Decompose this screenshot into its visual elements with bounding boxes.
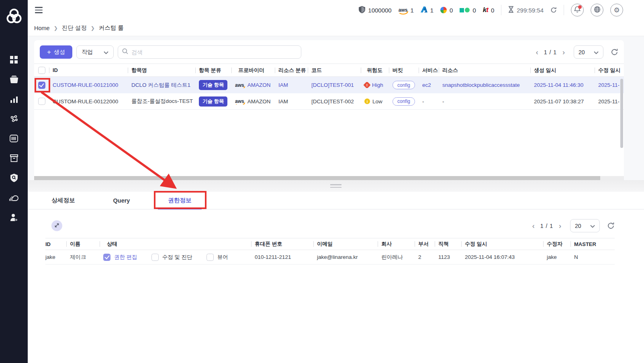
chevron-down-icon	[594, 49, 599, 55]
gcp-counter[interactable]: 0	[440, 7, 453, 14]
user-name: 제이크	[66, 254, 100, 261]
naver-cloud-icon	[460, 8, 470, 12]
sidebar-item-scan[interactable]	[0, 129, 28, 149]
azure-counter[interactable]: 1	[421, 6, 433, 14]
divider	[501, 5, 501, 15]
category-badge: 기술 항목	[199, 80, 227, 90]
perm-modify-checkbox[interactable]	[151, 254, 159, 261]
splitter-grip-icon[interactable]	[330, 184, 341, 188]
perm-modify-option: 수정 및 진단	[151, 254, 192, 261]
vertical-scrollbar[interactable]	[620, 79, 623, 148]
naver-counter[interactable]: 0	[460, 7, 476, 14]
prev-page-icon[interactable]: ‹	[530, 222, 537, 230]
notifications-button[interactable]	[571, 4, 584, 16]
rule-id[interactable]: CUSTOM-RULE-00122000	[49, 98, 128, 105]
rules-table: ID 항목명 항목 분류 프로바이더 리소스 분류 코드 위험도 버킷 서비스 …	[34, 64, 624, 110]
user-email: jake@linarena.kr	[313, 254, 378, 260]
aws-counter[interactable]: aws 1	[399, 7, 414, 14]
user-phone: 010-1211-2121	[251, 254, 313, 260]
rule-name[interactable]: 룰참조-룰설정docs-TEST	[128, 98, 195, 105]
horizontal-scrollbar[interactable]	[34, 176, 624, 180]
sidebar-item-reports[interactable]	[0, 90, 28, 110]
next-page-icon[interactable]: ›	[560, 49, 567, 56]
table-row[interactable]: CUSTOM-RULE-00122000 룰참조-룰설정docs-TEST 기술…	[34, 93, 624, 110]
create-button[interactable]: + 생성	[40, 45, 72, 59]
permissions-table-header: ID 이름 상태 휴대폰 번호 이메일 회사 부서 직책 수정 일시 수정자 M…	[45, 238, 615, 250]
tab-details[interactable]: 상세정보	[34, 192, 92, 209]
perm-edit-checkbox[interactable]	[103, 254, 110, 261]
perm-edit-option: 권한 편집	[103, 254, 137, 261]
rules-pagination: ‹ 1 / 1 › 20	[534, 45, 618, 59]
chevron-down-icon	[104, 49, 108, 55]
next-page-icon[interactable]: ›	[556, 222, 564, 230]
page-size-select[interactable]: 20	[574, 45, 603, 59]
config-badge[interactable]: config	[393, 97, 415, 106]
aws-icon: aws	[235, 83, 244, 88]
naver-count: 0	[472, 7, 476, 14]
rules-toolbar: + 생성 작업 ‹ 1 / 1 › 20	[34, 40, 624, 64]
breadcrumb-current: 커스텀 룰	[99, 24, 124, 32]
col-code: 코드	[308, 67, 361, 74]
sidebar-item-users[interactable]	[0, 208, 28, 228]
expand-button[interactable]	[51, 220, 62, 231]
table-row: jake 제이크 권한 편집 수정 및 진단 뷰어	[45, 250, 615, 265]
perm-viewer-checkbox[interactable]	[206, 254, 214, 261]
sidebar-item-diagnosis[interactable]	[0, 169, 28, 189]
top-header: 1000000 aws 1 1 0 0 kt 0 299:59:54	[28, 0, 644, 20]
refresh-icon[interactable]	[611, 48, 618, 56]
permissions-pagination: ‹ 1 / 1 › 20	[530, 219, 615, 232]
sidebar-item-archive[interactable]	[0, 149, 28, 169]
col-service: 서비스	[419, 67, 439, 74]
tab-permissions[interactable]: 권한정보	[151, 192, 209, 209]
prev-page-icon[interactable]: ‹	[534, 49, 541, 56]
sidebar-item-assets[interactable]	[0, 70, 28, 90]
molecule-icon	[10, 115, 18, 125]
permissions-table: ID 이름 상태 휴대폰 번호 이메일 회사 부서 직책 수정 일시 수정자 M…	[45, 238, 615, 265]
gcp-count: 0	[450, 7, 453, 14]
sidebar-item-dashboard[interactable]	[0, 51, 28, 70]
menu-icon[interactable]	[35, 7, 43, 13]
language-button[interactable]	[591, 4, 603, 16]
breadcrumb-home[interactable]: Home	[34, 25, 50, 31]
timer-refresh-icon[interactable]	[550, 7, 557, 13]
custom-rules-panel: + 생성 작업 ‹ 1 / 1 › 20	[34, 40, 624, 180]
globe-icon	[594, 6, 601, 14]
kt-counter[interactable]: kt 0	[483, 6, 494, 14]
row-checkbox[interactable]	[38, 98, 45, 105]
col-id: ID	[49, 67, 128, 73]
page-indicator: 1 / 1	[540, 223, 553, 229]
azure-count: 1	[430, 7, 433, 14]
row-checkbox[interactable]	[38, 82, 45, 89]
refresh-icon[interactable]	[607, 222, 615, 230]
page-size-select[interactable]: 20	[570, 219, 600, 232]
col-severity: 위험도	[361, 67, 389, 74]
breadcrumb-settings[interactable]: 진단 설정	[62, 24, 87, 32]
rule-id[interactable]: CUSTOM-RULE-00121000	[49, 82, 128, 88]
cloud-report-icon	[9, 194, 18, 203]
settings-button[interactable]: ⚙	[610, 4, 623, 16]
sidebar-item-monitoring[interactable]	[0, 189, 28, 208]
sidebar-item-compliance[interactable]	[0, 110, 28, 129]
dashboard-grid-icon	[10, 56, 18, 65]
chevron-right-icon: ❯	[91, 25, 95, 31]
select-all-checkbox[interactable]	[38, 67, 45, 74]
tab-query[interactable]: Query	[92, 192, 151, 209]
config-badge[interactable]: config	[393, 81, 415, 89]
permissions-panel: ‹ 1 / 1 › 20 ID 이름 상태 휴대폰 번호 이메일	[28, 209, 644, 363]
main-content: + 생성 작업 ‹ 1 / 1 › 20	[28, 36, 644, 363]
table-row[interactable]: CUSTOM-RULE-00121000 DCLO 커스텀룰 테스트1 기술 항…	[34, 77, 624, 93]
bar-chart-icon	[10, 96, 18, 105]
panel-splitter[interactable]	[28, 180, 644, 192]
detail-tabs: 상세정보 Query 권한정보	[28, 192, 644, 209]
barcode-scan-icon	[10, 135, 18, 144]
app-logo[interactable]	[6, 7, 22, 27]
plus-icon: +	[47, 49, 51, 55]
asset-counter[interactable]: 1000000	[359, 6, 391, 14]
archive-box-icon	[10, 154, 18, 164]
action-dropdown[interactable]: 작업	[76, 45, 114, 59]
perm-viewer-option: 뷰어	[206, 254, 228, 261]
search-input[interactable]	[131, 49, 297, 55]
gear-icon: ⚙	[613, 6, 619, 14]
kt-icon: kt	[483, 6, 488, 14]
rule-name[interactable]: DCLO 커스텀룰 테스트1	[128, 82, 195, 89]
